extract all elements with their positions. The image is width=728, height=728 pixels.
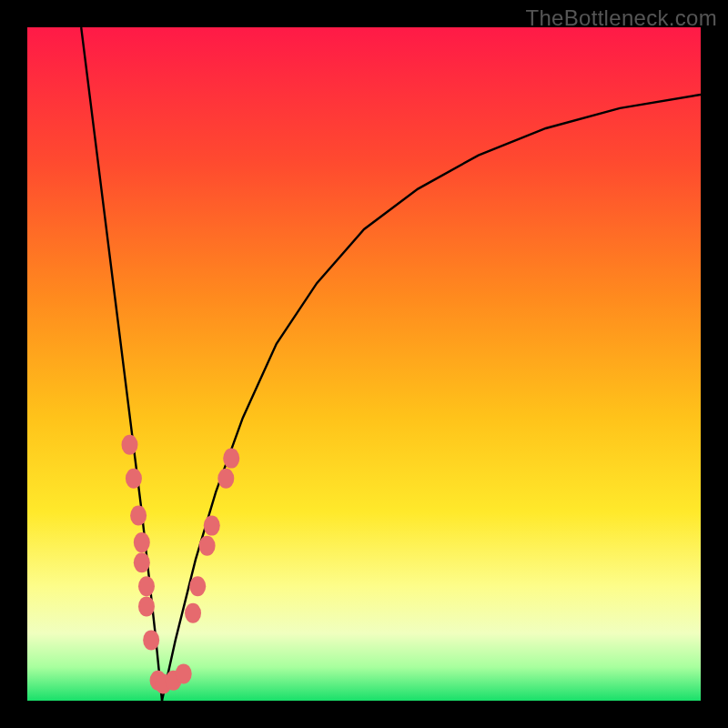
data-marker [199,536,216,556]
curve-right-branch [162,95,701,701]
data-marker [143,630,159,650]
data-markers [121,435,239,694]
data-marker [126,469,142,489]
data-marker [223,449,239,469]
chart-frame: TheBottleneck.com [0,0,728,728]
watermark-text: TheBottleneck.com [525,5,717,31]
data-marker [138,576,155,596]
data-marker [121,435,137,455]
data-marker [134,552,150,572]
data-marker [130,506,147,526]
data-marker [138,596,155,616]
data-marker [134,532,150,552]
data-marker [204,516,220,536]
data-marker [189,576,206,596]
data-marker [185,603,201,623]
curve-layer [27,27,701,701]
data-marker [176,663,192,683]
plot-area [27,27,701,701]
data-marker [217,469,234,489]
